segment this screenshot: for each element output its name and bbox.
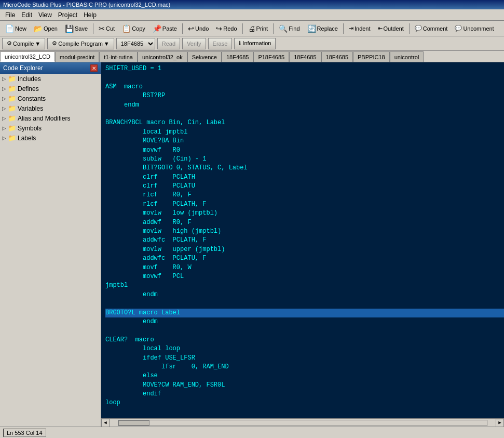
tab-modul-predint[interactable]: modul-predint [55, 51, 99, 62]
open-icon: 📂 [34, 24, 43, 33]
save-icon: 💾 [65, 24, 74, 33]
horizontal-scrollbar[interactable]: ◀ ▶ [101, 418, 504, 427]
print-button[interactable]: 🖨 Print [245, 22, 271, 35]
symbols-arrow: ▷ [2, 125, 6, 131]
scroll-track[interactable] [118, 420, 487, 426]
code-line: movlw high (jmptbl) [105, 228, 221, 235]
menu-project[interactable]: Project [55, 10, 80, 20]
copy-icon: 📋 [122, 24, 131, 33]
defines-arrow: ▷ [2, 86, 6, 91]
code-text[interactable]: SHIFTR_USED = 1 ASM macro RST?RP endm BR… [101, 64, 504, 408]
replace-button[interactable]: 🔄 Replace [304, 22, 341, 35]
sidebar-close-button[interactable]: ✕ [90, 64, 98, 72]
tab-18f4685-2[interactable]: 18F4685 [289, 51, 321, 62]
code-line: SHIFTR_USED = 1 [105, 65, 161, 72]
cut-button[interactable]: ✂ Cut [96, 22, 118, 35]
scroll-left-arrow[interactable]: ◀ [101, 419, 110, 427]
indent-icon: ⇥ [349, 25, 353, 32]
menu-view[interactable]: View [35, 10, 55, 20]
replace-icon: 🔄 [307, 24, 316, 33]
menu-help[interactable]: Help [80, 10, 100, 20]
tab-18f4685-3[interactable]: 18F4685 [321, 51, 353, 62]
labels-arrow: ▷ [2, 135, 6, 141]
code-line: ASM macro [105, 83, 143, 90]
separator-3 [242, 23, 243, 34]
outdent-icon: ⇤ [378, 25, 383, 32]
menu-file[interactable]: File [2, 10, 18, 20]
code-line: clrf PCLATH [105, 174, 195, 181]
scroll-thumb[interactable] [118, 420, 149, 426]
sidebar-item-constants[interactable]: ▷ 📁 Constants [0, 94, 101, 103]
indent-button[interactable]: ⇥ Indent [346, 22, 374, 35]
comment-button[interactable]: 💬 Comment [412, 22, 451, 35]
read-button[interactable]: Read [157, 38, 180, 49]
includes-arrow: ▷ [2, 76, 6, 82]
open-button[interactable]: 📂 Open [31, 22, 61, 35]
tab-t1-int-rutina[interactable]: t1-int-rutina [99, 51, 138, 62]
info-icon: ℹ [239, 40, 241, 46]
tabrow: unicontrol32_LCD modul-predint t1-int-ru… [0, 51, 504, 62]
code-line: clrf PCLATU [105, 182, 195, 190]
verify-button[interactable]: Verify [182, 38, 206, 49]
undo-button[interactable]: ↩ Undo [185, 22, 212, 35]
menubar: File Edit View Project Help [0, 9, 504, 21]
alias-folder-icon: 📁 [8, 114, 16, 122]
code-line: endm [105, 101, 139, 109]
information-button[interactable]: ℹ Information [234, 38, 276, 49]
code-line: sublw (Cin) - 1 [105, 155, 206, 163]
status-line-info: Ln 553 Col 14 [3, 429, 46, 437]
tab-sekvence[interactable]: Sekvence [187, 51, 222, 62]
paste-button[interactable]: 📌 Paste [149, 22, 180, 35]
erase-button[interactable]: Erase [208, 38, 233, 49]
tab-p18f4685[interactable]: P18F4685 [253, 51, 289, 62]
sidebar-item-symbols[interactable]: ▷ 📁 Symbols [0, 123, 101, 133]
redo-button[interactable]: ↪ Redo [213, 22, 240, 35]
separator-6 [409, 23, 410, 34]
defines-label: Defines [18, 85, 39, 92]
code-line: addwf R0, F [105, 219, 192, 226]
variables-folder-icon: 📁 [8, 104, 16, 112]
statusbar: Ln 553 Col 14 [0, 427, 504, 438]
code-line: local jmptbl [105, 128, 187, 136]
find-button[interactable]: 🔍 Find [276, 22, 303, 35]
code-scroll[interactable]: SHIFTR_USED = 1 ASM macro RST?RP endm BR… [101, 62, 504, 418]
compilebar: ⚙ Compile ▼ ⚙ Compile Program ▼ 18F4685 … [0, 36, 504, 51]
scroll-right-arrow[interactable]: ▶ [496, 419, 504, 427]
code-line: endif [105, 390, 161, 397]
tab-18f4685-1[interactable]: 18F4685 [222, 51, 253, 62]
titlebar-text: MicroCode Studio Plus - PICBASIC PRO (un… [3, 2, 170, 8]
sidebar-item-defines[interactable]: ▷ 📁 Defines [0, 84, 101, 94]
cut-icon: ✂ [99, 24, 105, 33]
code-line: movf R0, W [105, 264, 192, 271]
constants-label: Constants [18, 95, 46, 102]
sidebar-item-variables[interactable]: ▷ 📁 Variables [0, 103, 101, 113]
separator-2 [182, 23, 183, 34]
constants-arrow: ▷ [2, 96, 6, 101]
sidebar-item-includes[interactable]: ▷ 📁 Includes [0, 74, 101, 84]
compile-program-button[interactable]: ⚙ Compile Program ▼ [47, 38, 114, 49]
tab-pbppic18[interactable]: PBPPIC18 [353, 51, 390, 62]
labels-label: Labels [18, 135, 36, 142]
new-button[interactable]: 📄 New [2, 22, 30, 35]
uncomment-button[interactable]: 💬 Uncomment [452, 22, 497, 35]
sidebar-item-alias[interactable]: ▷ 📁 Alias and Modifiers [0, 113, 101, 123]
code-line: MOVE?CW RAM_END, FSR0L [105, 381, 225, 389]
tab-unicontrol32-ok[interactable]: unicontrol32_ok [138, 51, 187, 62]
tab-unicontrol32-lcd[interactable]: unicontrol32_LCD [0, 51, 55, 62]
code-line: endm [105, 291, 158, 298]
outdent-button[interactable]: ⇤ Outdent [375, 22, 407, 35]
code-line: endm [105, 318, 158, 325]
includes-label: Includes [18, 75, 41, 83]
undo-icon: ↩ [188, 24, 194, 33]
menu-edit[interactable]: Edit [18, 10, 35, 20]
code-editor[interactable]: SHIFTR_USED = 1 ASM macro RST?RP endm BR… [101, 62, 504, 427]
sidebar: Code Explorer ✕ ▷ 📁 Includes ▷ 📁 Defines… [0, 62, 101, 427]
chip-select[interactable]: 18F4685 18F4580 16F877A [116, 38, 155, 49]
compile-button[interactable]: ⚙ Compile ▼ [2, 38, 45, 49]
sidebar-item-labels[interactable]: ▷ 📁 Labels [0, 133, 101, 143]
save-button[interactable]: 💾 Save [62, 22, 91, 35]
copy-button[interactable]: 📋 Copy [119, 22, 148, 35]
code-line: BRANCH?BCL macro Bin, Cin, Label [105, 119, 225, 126]
separator-4 [273, 23, 274, 34]
tab-unicontrol[interactable]: unicontrol [390, 51, 424, 62]
